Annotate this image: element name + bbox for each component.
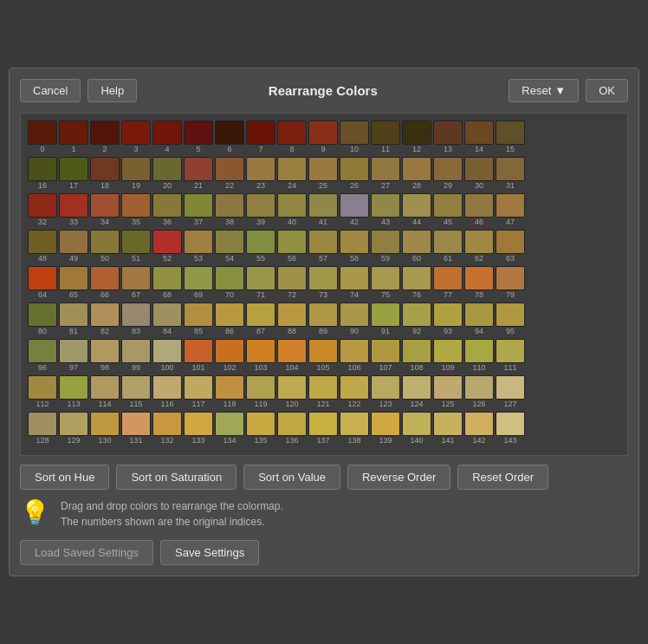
color-cell[interactable]: 23 — [246, 157, 275, 190]
color-cell[interactable]: 119 — [246, 375, 275, 408]
color-cell[interactable]: 103 — [246, 339, 275, 372]
color-cell[interactable]: 82 — [90, 302, 120, 335]
color-cell[interactable]: 64 — [28, 266, 57, 299]
color-cell[interactable]: 5 — [184, 120, 213, 153]
color-cell[interactable]: 53 — [184, 230, 213, 263]
color-cell[interactable]: 102 — [215, 339, 244, 372]
color-cell[interactable]: 58 — [340, 230, 369, 263]
color-cell[interactable]: 141 — [433, 412, 463, 445]
color-cell[interactable]: 61 — [433, 230, 463, 263]
color-cell[interactable]: 33 — [59, 193, 88, 226]
color-cell[interactable]: 45 — [433, 193, 463, 226]
color-cell[interactable]: 140 — [402, 412, 431, 445]
save-settings-button[interactable]: Save Settings — [160, 540, 259, 565]
load-settings-button[interactable]: Load Saved Settings — [20, 540, 153, 565]
color-cell[interactable]: 112 — [28, 375, 57, 408]
color-cell[interactable]: 21 — [184, 157, 213, 190]
color-cell[interactable]: 124 — [402, 375, 431, 408]
color-cell[interactable]: 83 — [121, 302, 151, 335]
color-cell[interactable]: 132 — [152, 412, 182, 445]
color-cell[interactable]: 36 — [152, 193, 182, 226]
color-cell[interactable]: 84 — [152, 302, 182, 335]
color-cell[interactable]: 2 — [90, 120, 120, 153]
reset-order-button[interactable]: Reset Order — [457, 465, 548, 490]
color-cell[interactable]: 120 — [277, 375, 307, 408]
color-cell[interactable]: 76 — [402, 266, 431, 299]
color-cell[interactable]: 117 — [184, 375, 213, 408]
color-cell[interactable]: 114 — [90, 375, 120, 408]
color-cell[interactable]: 52 — [152, 230, 182, 263]
color-cell[interactable]: 40 — [277, 193, 307, 226]
color-cell[interactable]: 99 — [121, 339, 151, 372]
color-cell[interactable]: 92 — [402, 302, 431, 335]
color-cell[interactable]: 138 — [340, 412, 369, 445]
color-cell[interactable]: 89 — [308, 302, 338, 335]
color-cell[interactable]: 106 — [340, 339, 369, 372]
color-cell[interactable]: 137 — [308, 412, 338, 445]
color-cell[interactable]: 37 — [184, 193, 213, 226]
color-cell[interactable]: 110 — [464, 339, 494, 372]
color-cell[interactable]: 1 — [59, 120, 88, 153]
color-cell[interactable]: 22 — [215, 157, 244, 190]
color-cell[interactable]: 121 — [308, 375, 338, 408]
color-cell[interactable]: 8 — [277, 120, 307, 153]
color-cell[interactable]: 136 — [277, 412, 307, 445]
color-cell[interactable]: 50 — [90, 230, 120, 263]
color-cell[interactable]: 39 — [246, 193, 275, 226]
color-cell[interactable]: 28 — [402, 157, 431, 190]
color-cell[interactable]: 71 — [246, 266, 275, 299]
color-cell[interactable]: 142 — [464, 412, 494, 445]
color-cell[interactable]: 131 — [121, 412, 151, 445]
color-cell[interactable]: 59 — [371, 230, 400, 263]
color-cell[interactable]: 127 — [496, 375, 525, 408]
color-cell[interactable]: 18 — [90, 157, 120, 190]
color-cell[interactable]: 54 — [215, 230, 244, 263]
color-cell[interactable]: 115 — [121, 375, 151, 408]
color-cell[interactable]: 79 — [496, 266, 525, 299]
sort-hue-button[interactable]: Sort on Hue — [20, 465, 109, 490]
color-cell[interactable]: 56 — [277, 230, 307, 263]
color-cell[interactable]: 116 — [152, 375, 182, 408]
color-cell[interactable]: 25 — [308, 157, 338, 190]
color-cell[interactable]: 34 — [90, 193, 120, 226]
reverse-order-button[interactable]: Reverse Order — [347, 465, 450, 490]
color-cell[interactable]: 51 — [121, 230, 151, 263]
color-cell[interactable]: 111 — [496, 339, 525, 372]
color-cell[interactable]: 95 — [496, 302, 525, 335]
color-cell[interactable]: 12 — [402, 120, 431, 153]
sort-saturation-button[interactable]: Sort on Saturation — [116, 465, 237, 490]
color-cell[interactable]: 100 — [152, 339, 182, 372]
color-cell[interactable]: 90 — [340, 302, 369, 335]
color-cell[interactable]: 126 — [464, 375, 494, 408]
color-cell[interactable]: 81 — [59, 302, 88, 335]
color-cell[interactable]: 98 — [90, 339, 120, 372]
color-cell[interactable]: 44 — [402, 193, 431, 226]
color-cell[interactable]: 20 — [152, 157, 182, 190]
color-cell[interactable]: 0 — [28, 120, 57, 153]
color-cell[interactable]: 17 — [59, 157, 88, 190]
color-cell[interactable]: 11 — [371, 120, 400, 153]
reset-button[interactable]: Reset ▼ — [509, 79, 579, 102]
ok-button[interactable]: OK — [586, 79, 628, 102]
color-cell[interactable]: 7 — [246, 120, 275, 153]
color-cell[interactable]: 143 — [496, 412, 525, 445]
color-cell[interactable]: 133 — [184, 412, 213, 445]
color-cell[interactable]: 86 — [215, 302, 244, 335]
color-cell[interactable]: 24 — [277, 157, 307, 190]
color-cell[interactable]: 26 — [340, 157, 369, 190]
sort-value-button[interactable]: Sort on Value — [243, 465, 340, 490]
color-cell[interactable]: 75 — [371, 266, 400, 299]
color-cell[interactable]: 123 — [371, 375, 400, 408]
color-cell[interactable]: 78 — [464, 266, 494, 299]
color-cell[interactable]: 14 — [464, 120, 494, 153]
color-cell[interactable]: 41 — [308, 193, 338, 226]
color-cell[interactable]: 57 — [308, 230, 338, 263]
color-cell[interactable]: 107 — [371, 339, 400, 372]
color-cell[interactable]: 101 — [184, 339, 213, 372]
color-cell[interactable]: 30 — [464, 157, 494, 190]
cancel-button[interactable]: Cancel — [20, 79, 81, 102]
color-cell[interactable]: 73 — [308, 266, 338, 299]
color-cell[interactable]: 85 — [184, 302, 213, 335]
color-cell[interactable]: 35 — [121, 193, 151, 226]
color-cell[interactable]: 68 — [152, 266, 182, 299]
